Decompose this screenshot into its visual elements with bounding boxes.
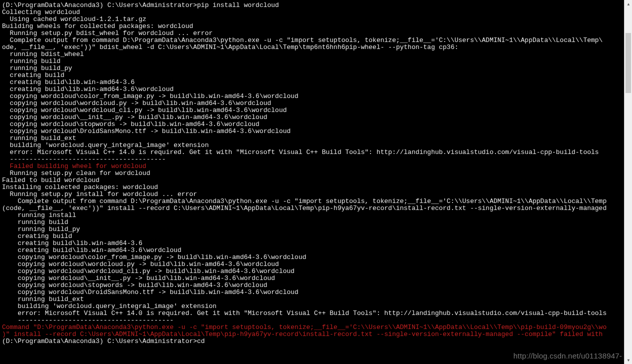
terminal-line: running build_py [2, 65, 622, 72]
terminal-line: creating build\lib.win-amd64-3.6\wordclo… [2, 247, 622, 254]
terminal-line: running bdist_wheel [2, 51, 622, 58]
chevron-down-icon: ▼ [628, 358, 630, 362]
terminal-line: running build_py [2, 226, 622, 233]
vertical-scrollbar[interactable]: ▲ ▼ [624, 0, 632, 364]
terminal-line: )" install --record C:\Users\ADMINI~1\Ap… [2, 331, 622, 338]
terminal-line: Collecting wordcloud [2, 9, 622, 16]
terminal-line: copying wordcloud\wordcloud_cli.py -> bu… [2, 268, 622, 275]
terminal-line: copying wordcloud\__init__.py -> build\l… [2, 275, 622, 282]
terminal-line: Using cached wordcloud-1.2.1.tar.gz [2, 16, 622, 23]
terminal-line: Failed to build wordcloud [2, 177, 622, 184]
terminal-line: copying wordcloud\wordcloud.py -> build\… [2, 100, 622, 107]
chevron-up-icon: ▲ [628, 2, 630, 6]
terminal-line: Complete output from command D:\ProgramD… [2, 198, 622, 205]
terminal-line: Complete output from command D:\ProgramD… [2, 37, 622, 44]
terminal-line: ode, __file__, 'exec'))" bdist_wheel -d … [2, 44, 622, 51]
terminal-line: copying wordcloud\__init__.py -> build\l… [2, 114, 622, 121]
terminal-line: error: Microsoft Visual C++ 14.0 is requ… [2, 310, 622, 317]
terminal-line: Running setup.py install for wordcloud .… [2, 191, 622, 198]
terminal-line: creating build [2, 72, 622, 79]
terminal-line: (D:\ProgramData\Anaconda3) C:\Users\Admi… [2, 338, 622, 345]
terminal-line: building 'wordcloud.query_integral_image… [2, 142, 622, 149]
terminal-line: copying wordcloud\wordcloud.py -> build\… [2, 261, 622, 268]
terminal-line: Building wheels for collected packages: … [2, 23, 622, 30]
terminal-line: running build [2, 58, 622, 65]
terminal-line: copying wordcloud\DroidSansMono.ttf -> b… [2, 289, 622, 296]
window: (D:\ProgramData\Anaconda3) C:\Users\Admi… [0, 0, 632, 364]
terminal-line: Running setup.py clean for wordcloud [2, 170, 622, 177]
terminal-line: (code, __file__, 'exec'))" install --rec… [2, 205, 622, 212]
terminal-line: Installing collected packages: wordcloud [2, 184, 622, 191]
terminal-line: creating build\lib.win-amd64-3.6\wordclo… [2, 86, 622, 93]
terminal-line: running install [2, 212, 622, 219]
scrollbar-track[interactable] [624, 8, 632, 356]
terminal-line: running build_ext [2, 296, 622, 303]
terminal-line: error: Microsoft Visual C++ 14.0 is requ… [2, 149, 622, 156]
scroll-up-button[interactable]: ▲ [624, 0, 632, 8]
terminal-line: building 'wordcloud.query_integral_image… [2, 303, 622, 310]
terminal-line: Failed building wheel for wordcloud [2, 163, 622, 170]
terminal-line: ---------------------------------------- [2, 317, 622, 324]
scroll-down-button[interactable]: ▼ [624, 356, 632, 364]
terminal-line: Running setup.py bdist_wheel for wordclo… [2, 30, 622, 37]
terminal-line: running build [2, 219, 622, 226]
terminal-line: copying wordcloud\stopwords -> build\lib… [2, 282, 622, 289]
terminal-line: ---------------------------------------- [2, 156, 622, 163]
terminal-line: creating build\lib.win-amd64-3.6 [2, 240, 622, 247]
terminal-line: Command "D:\ProgramData\Anaconda3\python… [2, 324, 622, 331]
terminal-line: copying wordcloud\wordcloud_cli.py -> bu… [2, 107, 622, 114]
terminal-line: copying wordcloud\DroidSansMono.ttf -> b… [2, 128, 622, 135]
terminal-output[interactable]: (D:\ProgramData\Anaconda3) C:\Users\Admi… [0, 0, 624, 364]
terminal-line: creating build [2, 233, 622, 240]
terminal-line: copying wordcloud\stopwords -> build\lib… [2, 121, 622, 128]
terminal-line: (D:\ProgramData\Anaconda3) C:\Users\Admi… [2, 2, 622, 9]
scrollbar-thumb[interactable] [626, 33, 631, 93]
terminal-line: creating build\lib.win-amd64-3.6 [2, 79, 622, 86]
terminal-line: copying wordcloud\color_from_image.py ->… [2, 93, 622, 100]
terminal-line: copying wordcloud\color_from_image.py ->… [2, 254, 622, 261]
terminal-line: running build_ext [2, 135, 622, 142]
